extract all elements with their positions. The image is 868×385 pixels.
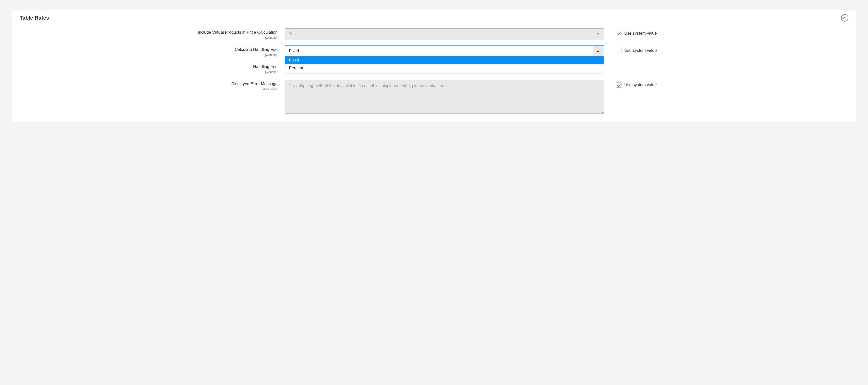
chevron-up-icon bbox=[597, 50, 600, 52]
panel-header: Table Rates bbox=[20, 14, 848, 22]
handling-fee-type-toggle[interactable] bbox=[593, 46, 604, 57]
chevron-up-icon bbox=[843, 17, 846, 19]
panel-title: Table Rates bbox=[20, 15, 49, 21]
handling-fee-type-system-checkbox[interactable] bbox=[616, 48, 621, 53]
table-rates-panel: Table Rates Include Virtual Products in … bbox=[12, 10, 856, 122]
chevron-down-icon bbox=[597, 33, 600, 35]
handling-fee-type-system-label: Use system value bbox=[624, 48, 657, 53]
row-include-virtual: Include Virtual Products in Price Calcul… bbox=[20, 28, 848, 39]
include-virtual-toggle bbox=[593, 29, 604, 39]
control-col: Fixed Fixed Percent bbox=[285, 45, 604, 57]
include-virtual-value: Yes bbox=[285, 29, 592, 39]
handling-fee-type-select[interactable]: Fixed Fixed Percent bbox=[285, 45, 604, 57]
include-virtual-scope: [website] bbox=[20, 36, 278, 39]
include-virtual-label: Include Virtual Products in Price Calcul… bbox=[20, 30, 278, 35]
include-virtual-select: Yes bbox=[285, 28, 604, 39]
error-message-label: Displayed Error Message bbox=[20, 81, 278, 87]
row-error-message: Displayed Error Message [store view] Use… bbox=[20, 80, 848, 115]
handling-fee-type-value: Fixed bbox=[285, 46, 592, 57]
handling-fee-type-scope: [website] bbox=[20, 53, 278, 57]
label-col: Calculate Handling Fee [website] bbox=[20, 45, 285, 57]
dropdown-option-fixed[interactable]: Fixed bbox=[285, 57, 603, 64]
system-col: Use system value bbox=[604, 45, 657, 53]
error-message-scope: [store view] bbox=[20, 88, 278, 91]
error-message-textarea bbox=[285, 80, 604, 114]
label-col: Handling Fee [website] bbox=[20, 63, 285, 74]
include-virtual-system-label: Use system value bbox=[624, 31, 657, 36]
dropdown-option-percent[interactable]: Percent bbox=[285, 64, 603, 72]
error-message-system-checkbox[interactable] bbox=[616, 82, 621, 88]
handling-fee-type-dropdown: Fixed Percent bbox=[285, 57, 604, 72]
control-col bbox=[285, 80, 604, 115]
label-col: Include Virtual Products in Price Calcul… bbox=[20, 28, 285, 39]
include-virtual-system-checkbox[interactable] bbox=[616, 31, 621, 36]
collapse-button[interactable] bbox=[841, 14, 848, 22]
control-col: Yes bbox=[285, 28, 604, 39]
handling-fee-scope: [website] bbox=[20, 70, 278, 74]
handling-fee-label: Handling Fee bbox=[20, 64, 278, 70]
row-handling-fee-type: Calculate Handling Fee [website] Fixed F… bbox=[20, 45, 848, 57]
system-col bbox=[604, 63, 616, 65]
label-col: Displayed Error Message [store view] bbox=[20, 80, 285, 91]
system-col: Use system value bbox=[604, 28, 657, 36]
error-message-system-label: Use system value bbox=[624, 82, 657, 88]
system-col: Use system value bbox=[604, 80, 657, 88]
handling-fee-type-label: Calculate Handling Fee bbox=[20, 47, 278, 53]
